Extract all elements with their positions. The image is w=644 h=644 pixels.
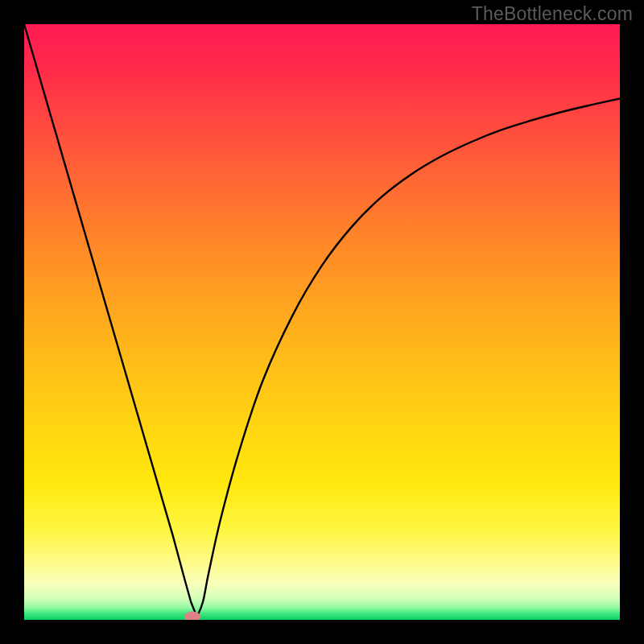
plot-area bbox=[24, 24, 620, 620]
curve-svg bbox=[24, 24, 620, 620]
bottleneck-curve bbox=[24, 24, 620, 617]
minimum-marker bbox=[184, 612, 200, 620]
watermark-text: TheBottleneck.com bbox=[472, 3, 633, 25]
chart-frame: TheBottleneck.com bbox=[0, 0, 644, 644]
